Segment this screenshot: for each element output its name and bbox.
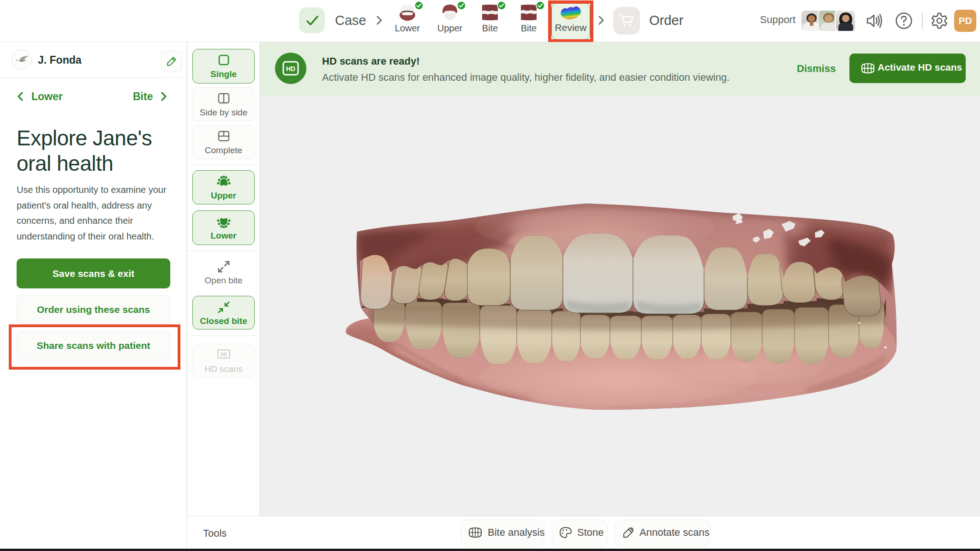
svg-text:HD: HD bbox=[286, 65, 295, 72]
svg-text:HD: HD bbox=[220, 352, 227, 357]
